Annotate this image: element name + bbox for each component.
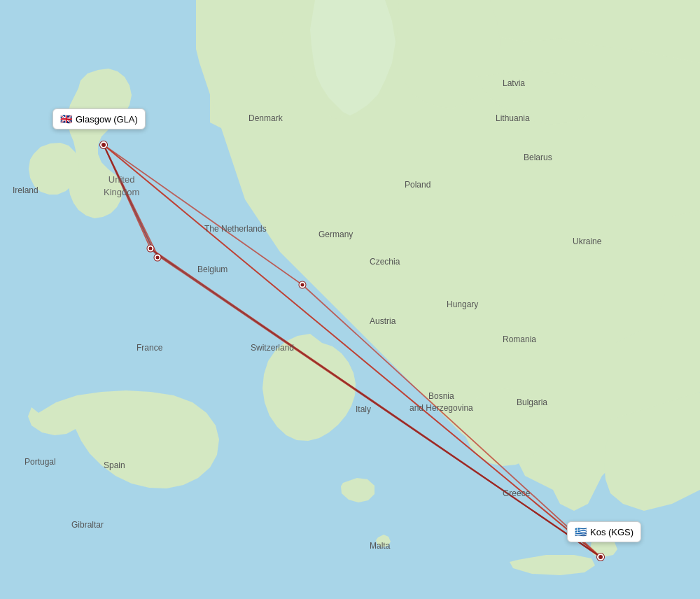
intermediate-dot-2 <box>155 255 161 261</box>
glasgow-dot <box>100 141 107 148</box>
glasgow-label[interactable]: 🇬🇧 Glasgow (GLA) <box>52 108 146 129</box>
glasgow-flag: 🇬🇧 <box>60 113 72 125</box>
intermediate-dot-3 <box>300 282 306 288</box>
intermediate-dot-1 <box>148 246 154 252</box>
kos-dot <box>597 554 604 561</box>
kos-label[interactable]: 🇬🇷 Kos (KGS) <box>567 521 641 542</box>
kos-label-text: Kos (KGS) <box>590 527 634 537</box>
kos-flag: 🇬🇷 <box>575 526 587 537</box>
map-container: Ireland UnitedKingdom The Netherlands Be… <box>0 0 700 599</box>
glasgow-label-text: Glasgow (GLA) <box>76 114 138 125</box>
